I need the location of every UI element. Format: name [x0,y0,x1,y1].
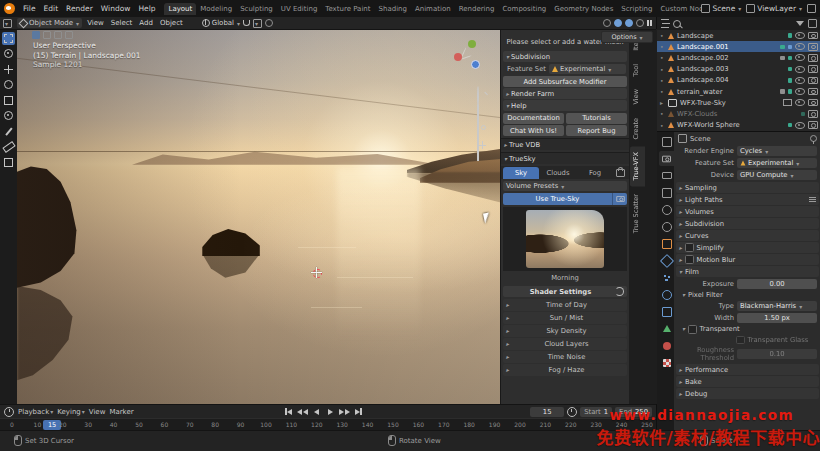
vtab-true-vfx[interactable]: True-VFX [630,146,645,186]
tool-transform[interactable] [2,109,15,122]
play-reverse-button[interactable] [311,407,322,416]
axis-x-handle[interactable] [454,53,462,61]
camera-visibility-icon[interactable] [808,65,818,73]
report-bug-button[interactable]: Report Bug [566,125,627,136]
filter-width-field[interactable]: 1.50 px [737,313,817,323]
menu-object[interactable]: Object [158,19,185,27]
eye-icon[interactable] [795,54,805,61]
camera-view-button[interactable] [477,124,489,136]
tool-select-box[interactable] [2,32,15,45]
orientation-selector[interactable]: Global [202,19,240,27]
tab-sculpting[interactable]: Sculpting [236,3,277,15]
panel-light-paths[interactable]: Light Paths [676,194,819,205]
subdivision-panel-header[interactable]: Subdivision [503,51,627,62]
outliner-item-wfx-world-sphere[interactable]: • WFX-World Sphere [657,120,820,131]
navigation-gizmo[interactable] [445,37,485,77]
camera-visibility-icon[interactable] [808,32,818,40]
documentation-button[interactable]: Documentation [503,113,564,124]
menu-edit[interactable]: Edit [40,4,63,13]
snap-magnet-icon[interactable] [243,20,250,26]
panel-debug[interactable]: Debug [676,388,819,399]
tab-geometry-nodes[interactable]: Geometry Nodes [550,3,617,15]
tab-custom-node-workflow[interactable]: Custom Node Workflow [656,3,701,15]
render-engine-dropdown[interactable]: Cycles [737,146,817,156]
outliner-item-landscape-001[interactable]: • Landscape.001 [657,41,820,52]
eye-icon[interactable] [795,77,805,84]
simplify-checkbox[interactable] [685,243,694,252]
device-dropdown[interactable]: GPU Compute [737,170,817,180]
outliner-item-wfx-clouds[interactable]: • WFX-Clouds [657,108,820,119]
tutorials-button[interactable]: Tutorials [566,113,627,124]
xray-toggle[interactable] [625,19,633,27]
camera-visibility-icon[interactable] [808,54,818,62]
keying-icon[interactable] [567,407,577,417]
subpanel-time-of-day[interactable]: Time of Day [503,299,627,311]
panel-volumes[interactable]: Volumes [676,206,819,217]
next-keyframe-button[interactable] [339,407,350,416]
prev-keyframe-button[interactable] [297,407,308,416]
tab-compositing[interactable]: Compositing [498,3,550,15]
vtab-view[interactable]: View [630,83,645,110]
axis-y-handle[interactable] [468,40,476,48]
outliner-options-icon[interactable] [808,19,817,28]
eye-icon[interactable] [795,66,805,73]
search-icon[interactable] [673,20,681,28]
camera-visibility-icon[interactable] [808,77,818,85]
feature-set-dropdown[interactable]: Experimental [737,158,817,168]
tab-layout[interactable]: Layout [164,3,196,15]
jump-to-end-button[interactable] [353,407,364,416]
tab-rendering[interactable]: Rendering [455,3,499,15]
camera-visibility-icon[interactable] [808,121,818,129]
menu-playback[interactable]: Playback [18,408,53,416]
preset-thumbnail[interactable] [526,210,604,268]
ptab-output[interactable] [659,168,674,183]
tool-cursor[interactable] [2,47,15,60]
current-frame-field[interactable]: 15 [530,407,564,417]
ptab-view-layer[interactable] [659,185,674,200]
panel-sampling[interactable]: Sampling [676,182,819,193]
panel-performance[interactable]: Performance [676,364,819,375]
ptab-constraints[interactable] [659,304,674,319]
panel-film[interactable]: Film [676,266,819,277]
truesky-panel-header[interactable]: TrueSky [501,152,629,164]
outliner-item-landscape[interactable]: • Landscape [657,30,820,41]
show-overlays-toggle[interactable] [614,19,622,27]
proportional-edit-icon[interactable] [265,19,273,27]
pause-render-button[interactable] [647,20,653,26]
use-truesky-button[interactable]: Use True-Sky [503,193,627,205]
menu-file[interactable]: File [19,4,40,13]
display-mode-icon[interactable] [661,19,669,28]
tool-scale[interactable] [2,94,15,107]
menu-window[interactable]: Window [97,4,135,13]
overlay-toggle-icon[interactable] [54,31,62,39]
panel-bake[interactable]: Bake [676,376,819,387]
eye-icon[interactable] [795,43,805,50]
axis-z-handle[interactable] [471,60,480,69]
pan-tool[interactable] [477,105,489,117]
tab-scripting[interactable]: Scripting [617,3,656,15]
outliner-item-terrain-water[interactable]: • terrain_water [657,86,820,97]
subpanel-sky-density[interactable]: Sky Density [503,325,627,337]
outliner-item-landscape-004[interactable]: • Landscape.004 [657,75,820,86]
panel-subdivision[interactable]: Subdivision [676,218,819,229]
tab-animation[interactable]: Animation [411,3,455,15]
menu-keying[interactable]: Keying [57,408,85,416]
volume-presets-dropdown[interactable]: Volume Presets [503,181,627,191]
subpanel-sun-mist[interactable]: Sun / Mist [503,312,627,324]
tool-measure[interactable] [2,140,15,153]
panel-simplify[interactable]: Simplify [676,242,819,253]
vtab-tool[interactable]: Tool [630,58,645,83]
play-button[interactable] [325,407,336,416]
camera-visibility-icon[interactable] [808,88,818,96]
options-button[interactable]: Options [601,31,653,43]
filter-type-dropdown[interactable]: Blackman-Harris [737,301,817,311]
help-panel-header[interactable]: Help [503,100,627,111]
camera-visibility-icon[interactable] [808,43,818,51]
camera-visibility-icon[interactable] [808,110,818,118]
ptab-material[interactable] [659,338,674,353]
ptab-scene[interactable] [659,202,674,217]
shading-solid-toggle[interactable] [636,19,644,27]
refresh-icon[interactable] [615,287,624,296]
eye-icon[interactable] [795,122,805,129]
vtab-true-scatter[interactable]: True Scatter [630,188,645,239]
